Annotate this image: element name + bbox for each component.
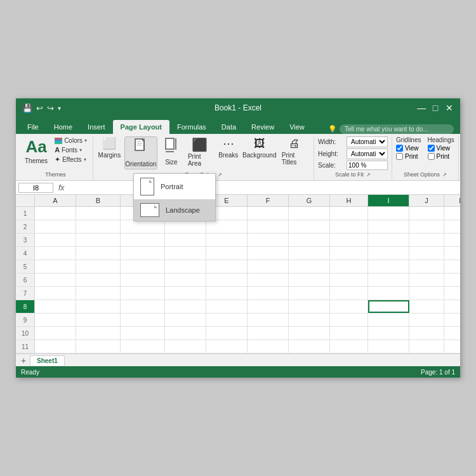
cell-d5[interactable] bbox=[165, 260, 206, 273]
cell-i3[interactable] bbox=[368, 234, 409, 246]
row-num-2[interactable]: 2 bbox=[16, 220, 35, 233]
cell-e7[interactable] bbox=[206, 287, 248, 300]
cell-g8[interactable] bbox=[289, 300, 330, 313]
tab-file[interactable]: File bbox=[20, 120, 46, 134]
cell-c10[interactable] bbox=[121, 327, 165, 340]
tab-review[interactable]: Review bbox=[244, 120, 282, 134]
col-header-f[interactable]: F bbox=[248, 195, 289, 206]
cell-e6[interactable] bbox=[206, 274, 248, 286]
cell-d2[interactable] bbox=[165, 220, 206, 233]
cell-i2[interactable] bbox=[368, 220, 409, 233]
cell-c9[interactable] bbox=[121, 314, 165, 326]
size-button[interactable]: Size bbox=[160, 136, 183, 167]
cell-b5[interactable] bbox=[76, 260, 121, 273]
scale-expand-icon[interactable]: ↗ bbox=[366, 172, 371, 178]
portrait-option[interactable]: Portrait bbox=[134, 174, 215, 199]
cell-g10[interactable] bbox=[289, 327, 330, 340]
cell-e4[interactable] bbox=[206, 247, 248, 260]
cell-e8[interactable] bbox=[206, 300, 248, 313]
cell-g2[interactable] bbox=[289, 220, 330, 233]
row-num-6[interactable]: 6 bbox=[16, 274, 35, 286]
cell-a4[interactable] bbox=[35, 247, 76, 260]
sheet-options-expand-icon[interactable]: ↗ bbox=[442, 172, 447, 178]
sheet-tab-sheet1[interactable]: Sheet1 bbox=[30, 355, 65, 366]
cell-j3[interactable] bbox=[409, 234, 444, 246]
customize-button[interactable]: ▾ bbox=[58, 105, 61, 112]
cell-f5[interactable] bbox=[248, 260, 289, 273]
cell-g9[interactable] bbox=[289, 314, 330, 326]
cell-f7[interactable] bbox=[248, 287, 289, 300]
cell-d9[interactable] bbox=[165, 314, 206, 326]
cell-h3[interactable] bbox=[330, 234, 368, 246]
cell-k9[interactable] bbox=[444, 314, 460, 326]
row-num-10[interactable]: 10 bbox=[16, 327, 35, 340]
col-header-b[interactable]: B bbox=[76, 195, 121, 206]
redo-button[interactable]: ↪ bbox=[47, 103, 54, 113]
minimize-button[interactable]: — bbox=[417, 103, 426, 112]
cell-k11[interactable] bbox=[444, 340, 460, 353]
cell-a3[interactable] bbox=[35, 234, 76, 246]
cell-g5[interactable] bbox=[289, 260, 330, 273]
cell-f1[interactable] bbox=[248, 207, 289, 220]
cell-j1[interactable] bbox=[409, 207, 444, 220]
cell-h1[interactable] bbox=[330, 207, 368, 220]
cell-g1[interactable] bbox=[289, 207, 330, 220]
cell-i8[interactable] bbox=[368, 300, 409, 313]
cell-i5[interactable] bbox=[368, 260, 409, 273]
cell-j8[interactable] bbox=[409, 300, 444, 313]
cell-d3[interactable] bbox=[165, 234, 206, 246]
cell-c2[interactable] bbox=[121, 220, 165, 233]
colors-button[interactable]: Colors ▾ bbox=[53, 136, 89, 145]
tab-data[interactable]: Data bbox=[214, 120, 244, 134]
cell-e10[interactable] bbox=[206, 327, 248, 340]
cell-a2[interactable] bbox=[35, 220, 76, 233]
cell-b10[interactable] bbox=[76, 327, 121, 340]
cell-h10[interactable] bbox=[330, 327, 368, 340]
row-num-1[interactable]: 1 bbox=[16, 207, 35, 220]
margins-button[interactable]: ⬜ Margins bbox=[97, 136, 122, 160]
row-num-7[interactable]: 7 bbox=[16, 287, 35, 300]
col-header-j[interactable]: J bbox=[409, 195, 444, 206]
cell-f11[interactable] bbox=[248, 340, 289, 353]
cell-a6[interactable] bbox=[35, 274, 76, 286]
cell-j7[interactable] bbox=[409, 287, 444, 300]
landscape-option[interactable]: Landscape bbox=[134, 199, 215, 221]
cell-k4[interactable] bbox=[444, 247, 460, 260]
cell-i7[interactable] bbox=[368, 287, 409, 300]
cell-e3[interactable] bbox=[206, 234, 248, 246]
cell-e11[interactable] bbox=[206, 340, 248, 353]
cell-h11[interactable] bbox=[330, 340, 368, 353]
cell-a9[interactable] bbox=[35, 314, 76, 326]
cell-j5[interactable] bbox=[409, 260, 444, 273]
cell-e5[interactable] bbox=[206, 260, 248, 273]
cell-i11[interactable] bbox=[368, 340, 409, 353]
col-header-k[interactable]: K bbox=[444, 195, 460, 206]
print-titles-button[interactable]: 🖨 Print Titles bbox=[279, 136, 310, 167]
cell-h2[interactable] bbox=[330, 220, 368, 233]
cell-b3[interactable] bbox=[76, 234, 121, 246]
maximize-button[interactable]: □ bbox=[431, 103, 440, 112]
cell-c7[interactable] bbox=[121, 287, 165, 300]
cell-k8[interactable] bbox=[444, 300, 460, 313]
cell-d6[interactable] bbox=[165, 274, 206, 286]
cell-d4[interactable] bbox=[165, 247, 206, 260]
tab-page-layout[interactable]: Page Layout bbox=[113, 120, 169, 134]
row-num-9[interactable]: 9 bbox=[16, 314, 35, 326]
tab-view[interactable]: View bbox=[282, 120, 312, 134]
cell-c8[interactable] bbox=[121, 300, 165, 313]
height-select[interactable]: Automatic 1 page 2 pages bbox=[347, 149, 388, 159]
print-area-button[interactable]: ⬛ Print Area bbox=[185, 136, 215, 168]
cell-e9[interactable] bbox=[206, 314, 248, 326]
cell-f3[interactable] bbox=[248, 234, 289, 246]
cell-j11[interactable] bbox=[409, 340, 444, 353]
undo-button[interactable]: ↩ bbox=[36, 103, 43, 113]
cell-i1[interactable] bbox=[368, 207, 409, 220]
headings-print-checkbox[interactable] bbox=[428, 153, 435, 160]
cell-h5[interactable] bbox=[330, 260, 368, 273]
save-icon[interactable]: 💾 bbox=[22, 103, 32, 113]
cell-d11[interactable] bbox=[165, 340, 206, 353]
cell-d8[interactable] bbox=[165, 300, 206, 313]
cell-j6[interactable] bbox=[409, 274, 444, 286]
col-header-g[interactable]: G bbox=[289, 195, 330, 206]
cell-j2[interactable] bbox=[409, 220, 444, 233]
